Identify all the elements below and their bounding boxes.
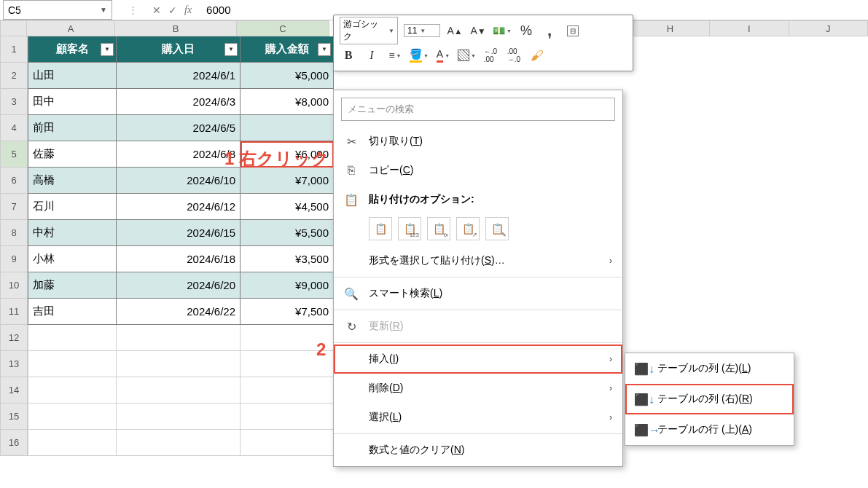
name-box[interactable]: C5 ▼ <box>3 0 112 20</box>
row-header[interactable]: 16 <box>0 430 28 456</box>
empty-cell[interactable] <box>28 377 117 404</box>
row-header[interactable]: 1 <box>0 36 28 63</box>
copy-item[interactable]: ⎘コピー(C) <box>334 156 622 185</box>
select-item[interactable]: 選択(L)› <box>334 403 622 432</box>
row-header[interactable]: 8 <box>0 220 28 246</box>
font-color-icon[interactable]: A▼ <box>434 47 452 64</box>
row-header[interactable]: 3 <box>0 89 28 115</box>
format-painter-icon[interactable]: 🖌 <box>528 47 546 64</box>
table-header[interactable]: 購入金額▼ <box>241 36 334 63</box>
cell[interactable]: 前田 <box>28 115 117 141</box>
paste-formatting-icon[interactable]: 📋✎ <box>485 217 509 240</box>
row-header[interactable]: 14 <box>0 377 28 404</box>
filter-icon[interactable]: ▼ <box>101 43 114 56</box>
filter-icon[interactable]: ▼ <box>318 43 331 56</box>
cell[interactable]: ¥7,500 <box>241 299 334 325</box>
cell[interactable]: 加藤 <box>28 272 117 299</box>
cancel-icon[interactable]: ✕ <box>152 4 161 16</box>
row-header[interactable]: 12 <box>0 325 28 351</box>
row-header[interactable]: 4 <box>0 115 28 141</box>
cell[interactable]: 2024/6/8 <box>117 141 241 168</box>
accounting-format-icon[interactable]: 💵▼ <box>493 22 512 39</box>
paste-default-icon[interactable]: 📋 <box>369 217 392 240</box>
font-selector[interactable]: 游ゴシック▼ <box>340 17 398 44</box>
row-header[interactable]: 7 <box>0 194 28 220</box>
row-header[interactable]: 6 <box>0 168 28 194</box>
cell[interactable]: 2024/6/22 <box>117 299 241 325</box>
cell[interactable]: ¥9,000 <box>241 272 334 299</box>
row-header[interactable]: 5 <box>0 141 28 168</box>
align-icon[interactable]: ≡▼ <box>386 47 404 64</box>
filter-icon[interactable]: ▼ <box>224 43 238 56</box>
empty-cell[interactable] <box>117 351 241 377</box>
decrease-decimal-icon[interactable]: .00→.0 <box>505 47 523 64</box>
delete-item[interactable]: 削除(D)› <box>334 374 622 403</box>
cell[interactable]: ¥5,500 <box>241 220 334 246</box>
cell[interactable]: 高橋 <box>28 168 117 194</box>
empty-cell[interactable] <box>241 377 334 404</box>
cell[interactable]: 中村 <box>28 220 117 246</box>
cell[interactable]: ¥4,500 <box>241 194 334 220</box>
decrease-font-icon[interactable]: A▼ <box>469 22 487 39</box>
italic-button[interactable]: I <box>363 47 380 64</box>
insert-row-above-item[interactable]: ⬛→テーブルの行 (上)(A) <box>625 414 794 445</box>
borders-icon[interactable]: ▼ <box>458 47 476 64</box>
smart-lookup-item[interactable]: 🔍スマート検索(L) <box>334 279 622 308</box>
row-header[interactable]: 2 <box>0 63 28 89</box>
row-header[interactable]: 15 <box>0 404 28 430</box>
cell[interactable]: 2024/6/12 <box>117 194 241 220</box>
selected-cell[interactable]: ¥6,000 <box>241 141 334 168</box>
empty-cell[interactable] <box>241 325 334 351</box>
empty-cell[interactable] <box>28 351 117 377</box>
font-size-selector[interactable]: 11▼ <box>404 24 440 37</box>
cell[interactable]: 石川 <box>28 194 117 220</box>
col-header-a[interactable]: A <box>27 20 114 36</box>
cell[interactable]: 2024/6/10 <box>117 168 241 194</box>
cell[interactable]: 田中 <box>28 89 117 115</box>
merge-icon[interactable]: ⊟ <box>564 22 582 39</box>
paste-values-icon[interactable]: 📋123 <box>398 217 421 240</box>
increase-font-icon[interactable]: A▲ <box>446 22 464 39</box>
empty-cell[interactable] <box>241 430 334 456</box>
bold-button[interactable]: B <box>340 47 357 64</box>
cell[interactable]: 2024/6/1 <box>117 63 241 89</box>
fill-color-icon[interactable]: 🪣▼ <box>410 47 429 64</box>
menu-search[interactable]: メニューの検索 <box>341 98 615 121</box>
col-header-b[interactable]: B <box>115 20 238 36</box>
cell[interactable]: 2024/6/18 <box>117 246 241 272</box>
insert-item[interactable]: 挿入(I)› <box>334 345 622 374</box>
cell[interactable]: ¥3,500 <box>241 246 334 272</box>
empty-cell[interactable] <box>117 404 241 430</box>
cell[interactable]: 2024/6/20 <box>117 272 241 299</box>
increase-decimal-icon[interactable]: ←.0.00 <box>482 47 499 64</box>
col-header-j[interactable]: J <box>789 20 868 36</box>
cell[interactable]: 2024/6/15 <box>117 220 241 246</box>
select-all-corner[interactable] <box>0 20 27 36</box>
cell[interactable]: 小林 <box>28 246 117 272</box>
cell[interactable]: ¥8,000 <box>241 89 334 115</box>
row-header[interactable]: 13 <box>0 351 28 377</box>
comma-icon[interactable]: , <box>541 22 558 39</box>
chevron-down-icon[interactable]: ▼ <box>100 6 107 14</box>
cell[interactable]: ¥7,000 <box>241 168 334 194</box>
cell[interactable]: 山田 <box>28 63 117 89</box>
clear-contents-item[interactable]: 数式と値のクリア(N) <box>334 436 622 465</box>
cell[interactable] <box>241 115 334 141</box>
paste-transpose-icon[interactable]: 📋↗ <box>456 217 480 240</box>
col-header-c[interactable]: C <box>237 20 329 36</box>
percent-icon[interactable]: % <box>517 22 535 39</box>
row-header[interactable]: 10 <box>0 272 28 299</box>
paste-special-item[interactable]: 形式を選択して貼り付け(S)…› <box>334 246 622 275</box>
row-header[interactable]: 9 <box>0 246 28 272</box>
empty-cell[interactable] <box>117 430 241 456</box>
empty-cell[interactable] <box>117 377 241 404</box>
row-header[interactable]: 11 <box>0 299 28 325</box>
table-header[interactable]: 顧客名▼ <box>28 36 117 63</box>
cell[interactable]: 佐藤 <box>28 141 117 168</box>
insert-col-left-item[interactable]: ⬛↓テーブルの列 (左)(L) <box>625 353 794 384</box>
empty-cell[interactable] <box>117 325 241 351</box>
table-header[interactable]: 購入日▼ <box>117 36 241 63</box>
cut-item[interactable]: ✂切り取り(T) <box>334 127 622 156</box>
empty-cell[interactable] <box>28 325 117 351</box>
insert-col-right-item[interactable]: ⬛↓テーブルの列 (右)(R) <box>625 384 794 414</box>
